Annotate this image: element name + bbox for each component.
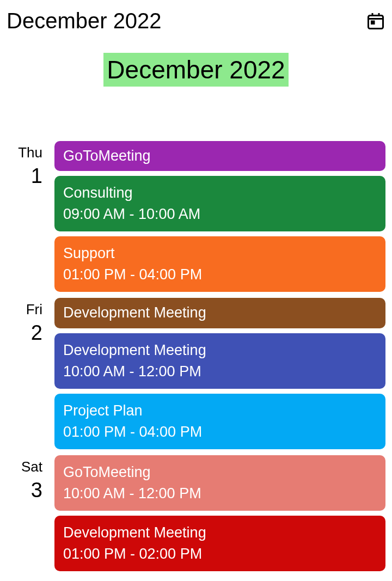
- event-title: Support: [63, 244, 377, 263]
- day-number: 3: [7, 479, 42, 502]
- event-title: GoToMeeting: [63, 146, 377, 166]
- events-column: Development MeetingDevelopment Meeting10…: [54, 298, 385, 454]
- event-title: Development Meeting: [63, 341, 377, 360]
- event-item[interactable]: GoToMeeting: [54, 141, 385, 171]
- event-item[interactable]: Development Meeting: [54, 298, 385, 328]
- event-time: 01:00 PM - 04:00 PM: [63, 423, 377, 442]
- event-title: Development Meeting: [63, 523, 377, 542]
- day-row: Thu1GoToMeetingConsulting09:00 AM - 10:0…: [7, 141, 385, 297]
- svg-rect-4: [372, 21, 375, 24]
- schedule-container: Thu1GoToMeetingConsulting09:00 AM - 10:0…: [0, 141, 392, 576]
- day-number: 1: [7, 164, 42, 188]
- event-item[interactable]: GoToMeeting10:00 AM - 12:00 PM: [54, 455, 385, 511]
- day-name: Thu: [7, 141, 42, 161]
- event-time: 10:00 AM - 12:00 PM: [63, 362, 377, 381]
- header: December 2022: [0, 0, 392, 42]
- month-title-container: December 2022: [0, 53, 392, 87]
- events-column: GoToMeetingConsulting09:00 AM - 10:00 AM…: [54, 141, 385, 297]
- event-time: 09:00 AM - 10:00 AM: [63, 205, 377, 224]
- event-time: 01:00 PM - 04:00 PM: [63, 265, 377, 284]
- day-label: Fri2: [7, 298, 54, 345]
- event-title: Project Plan: [63, 401, 377, 420]
- day-name: Sat: [7, 455, 42, 475]
- month-title: December 2022: [103, 53, 288, 87]
- event-title: Development Meeting: [63, 303, 377, 322]
- event-item[interactable]: Consulting09:00 AM - 10:00 AM: [54, 176, 385, 231]
- day-number: 2: [7, 321, 42, 345]
- event-time: 10:00 AM - 12:00 PM: [63, 484, 377, 503]
- event-time: 01:00 PM - 02:00 PM: [63, 545, 377, 564]
- event-title: Consulting: [63, 184, 377, 203]
- event-title: GoToMeeting: [63, 463, 377, 482]
- day-row: Sat3GoToMeeting10:00 AM - 12:00 PMDevelo…: [7, 455, 385, 576]
- header-title: December 2022: [7, 9, 162, 33]
- event-item[interactable]: Development Meeting10:00 AM - 12:00 PM: [54, 333, 385, 389]
- calendar-icon[interactable]: [366, 11, 385, 31]
- events-column: GoToMeeting10:00 AM - 12:00 PMDevelopmen…: [54, 455, 385, 576]
- event-item[interactable]: Development Meeting01:00 PM - 02:00 PM: [54, 516, 385, 571]
- svg-rect-0: [369, 15, 383, 28]
- day-row: Fri2Development MeetingDevelopment Meeti…: [7, 298, 385, 454]
- event-item[interactable]: Project Plan01:00 PM - 04:00 PM: [54, 394, 385, 449]
- day-label: Sat3: [7, 455, 54, 502]
- day-label: Thu1: [7, 141, 54, 188]
- day-name: Fri: [7, 298, 42, 318]
- event-item[interactable]: Support01:00 PM - 04:00 PM: [54, 236, 385, 292]
